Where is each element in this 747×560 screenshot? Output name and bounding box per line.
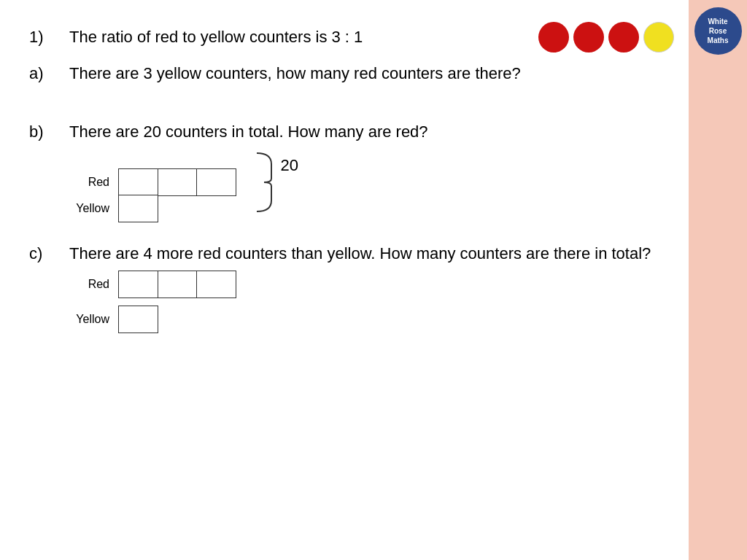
logo-line3: Maths — [708, 36, 729, 45]
qa-text: There are 3 yellow counters, how many re… — [69, 63, 674, 85]
qb-yellow-row: Yellow — [69, 195, 674, 222]
question-a: a) There are 3 yellow counters, how many… — [29, 63, 674, 88]
qc-yellow-box-1 — [118, 306, 158, 333]
logo-line1: White — [708, 17, 727, 26]
qb-yellow-boxes — [118, 195, 158, 222]
yellow-counter-1 — [643, 22, 674, 52]
red-counter-1 — [538, 22, 569, 52]
qc-row: c) There are 4 more red counters than ye… — [29, 243, 674, 265]
qc-yellow-row: Yellow — [69, 306, 674, 333]
qc-yellow-boxes — [118, 306, 158, 333]
red-counter-2 — [573, 22, 604, 52]
q1-text: The ratio of red to yellow counters is 3… — [69, 26, 535, 49]
qa-row: a) There are 3 yellow counters, how many… — [29, 63, 674, 85]
qb-red-box-1 — [118, 168, 158, 196]
qb-red-box-2 — [158, 168, 198, 196]
logo: White Rose Maths — [694, 7, 742, 55]
question-b: b) There are 20 counters in total. How m… — [29, 121, 674, 222]
qb-red-boxes — [118, 168, 236, 196]
qb-brace-number: 20 — [281, 156, 298, 175]
main-content: 1) The ratio of red to yellow counters i… — [0, 0, 689, 560]
sidebar: White Rose Maths — [689, 0, 747, 560]
gap-2 — [29, 230, 674, 236]
qb-row: b) There are 20 counters in total. How m… — [29, 121, 674, 144]
counters-row — [538, 22, 674, 52]
qb-diagram: Red 20 Yellow — [69, 149, 674, 222]
q1-label: 1) — [29, 26, 69, 49]
qb-text: There are 20 counters in total. How many… — [69, 121, 674, 144]
qb-red-box-3 — [196, 168, 236, 196]
qb-yellow-label: Yellow — [69, 202, 109, 215]
qb-red-label: Red — [69, 176, 109, 189]
qb-label: b) — [29, 121, 69, 144]
qc-red-label: Red — [69, 278, 109, 291]
qc-red-boxes — [118, 271, 236, 298]
qc-diagram: Red Yellow — [69, 271, 674, 333]
question-c: c) There are 4 more red counters than ye… — [29, 243, 674, 334]
logo-line2: Rose — [709, 26, 727, 36]
red-counter-3 — [608, 22, 639, 52]
qc-yellow-label: Yellow — [69, 313, 109, 326]
qc-text: There are 4 more red counters than yello… — [69, 243, 674, 265]
qc-label: c) — [29, 243, 69, 265]
qc-red-box-3 — [196, 271, 236, 298]
qc-red-box-2 — [158, 271, 198, 298]
qc-red-box-1 — [118, 271, 158, 298]
qa-label: a) — [29, 63, 69, 85]
qc-red-row: Red — [69, 271, 674, 298]
question-1-row: 1) The ratio of red to yellow counters i… — [29, 22, 674, 52]
gap-1 — [29, 96, 674, 114]
qb-yellow-box-1 — [118, 195, 158, 222]
